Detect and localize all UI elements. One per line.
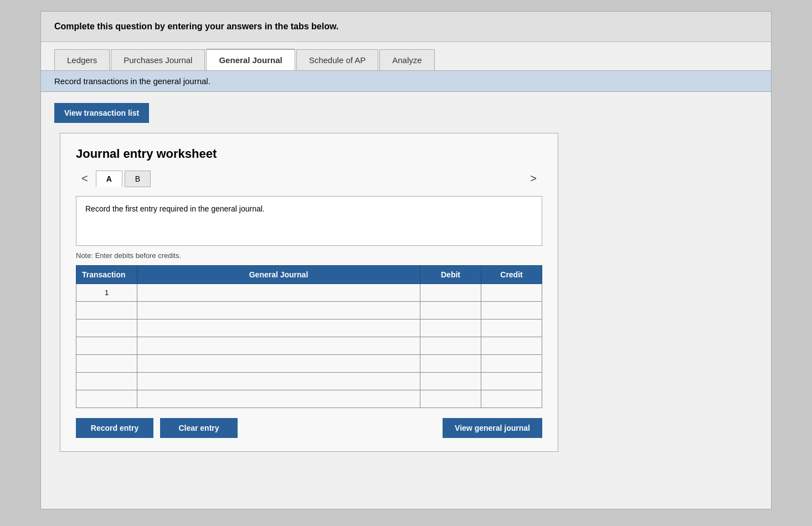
credit-cell-2[interactable] [481,319,542,337]
journal-cell-6[interactable] [137,390,420,408]
transaction-cell-0: 1 [76,284,137,302]
tab-description: Record transactions in the general journ… [54,76,210,86]
credit-input-4[interactable] [481,355,542,372]
col-header-credit: Credit [481,266,542,284]
credit-cell-1[interactable] [481,302,542,319]
debit-cell-4[interactable] [420,355,481,373]
journal-table: Transaction General Journal Debit Credit… [76,265,542,408]
entry-tab-b[interactable]: B [125,171,151,187]
transaction-cell-5 [76,373,137,390]
transaction-cell-3 [76,337,137,355]
main-container: Complete this question by entering your … [40,11,772,509]
journal-cell-0[interactable] [137,284,420,302]
note-text: Note: Enter debits before credits. [76,251,542,260]
journal-cell-1[interactable] [137,302,420,319]
transaction-cell-2 [76,319,137,337]
transaction-cell-4 [76,355,137,373]
entry-description-box: Record the first entry required in the g… [76,196,542,246]
action-buttons: Record entry Clear entry View general jo… [76,418,542,438]
debit-input-1[interactable] [420,302,481,319]
debit-cell-1[interactable] [420,302,481,319]
tab-schedule-of-ap[interactable]: Schedule of AP [296,49,379,70]
record-entry-button[interactable]: Record entry [76,418,153,438]
debit-cell-2[interactable] [420,319,481,337]
table-row [76,302,542,319]
transaction-cell-1 [76,302,137,319]
credit-cell-3[interactable] [481,337,542,355]
debit-input-2[interactable] [420,319,481,337]
table-row [76,355,542,373]
credit-cell-4[interactable] [481,355,542,373]
credit-input-6[interactable] [481,390,542,408]
tab-analyze[interactable]: Analyze [379,49,434,70]
clear-entry-button[interactable]: Clear entry [160,418,238,438]
debit-cell-3[interactable] [420,337,481,355]
entry-description-text: Record the first entry required in the g… [85,204,265,213]
credit-cell-6[interactable] [481,390,542,408]
tab-purchases-journal[interactable]: Purchases Journal [111,49,205,70]
journal-cell-2[interactable] [137,319,420,337]
nav-right-arrow[interactable]: > [525,170,542,187]
nav-left-arrow[interactable]: < [76,170,94,187]
view-transaction-list-button[interactable]: View transaction list [54,103,149,123]
debit-input-0[interactable] [420,284,481,301]
col-header-transaction: Transaction [76,266,137,284]
journal-input-0[interactable] [137,284,420,301]
content-area: View transaction list Journal entry work… [41,92,771,463]
journal-input-5[interactable] [137,373,420,390]
table-row: 1 [76,284,542,302]
worksheet-title: Journal entry worksheet [76,147,542,161]
tab-ledgers[interactable]: Ledgers [54,49,110,70]
col-header-debit: Debit [420,266,481,284]
credit-cell-5[interactable] [481,373,542,390]
credit-input-1[interactable] [481,302,542,319]
journal-cell-5[interactable] [137,373,420,390]
view-general-journal-button[interactable]: View general journal [443,418,542,438]
journal-cell-3[interactable] [137,337,420,355]
worksheet-container: Journal entry worksheet < A B > Record t… [60,133,558,452]
debit-cell-5[interactable] [420,373,481,390]
table-row [76,319,542,337]
instruction-bar: Complete this question by entering your … [41,12,771,42]
col-header-journal: General Journal [137,266,420,284]
table-row [76,337,542,355]
journal-input-3[interactable] [137,337,420,354]
journal-cell-4[interactable] [137,355,420,373]
debit-input-6[interactable] [420,390,481,408]
credit-cell-0[interactable] [481,284,542,302]
credit-input-2[interactable] [481,319,542,337]
credit-input-5[interactable] [481,373,542,390]
debit-input-5[interactable] [420,373,481,390]
credit-input-3[interactable] [481,337,542,354]
journal-input-4[interactable] [137,355,420,372]
tab-content-header: Record transactions in the general journ… [41,70,771,92]
table-row [76,390,542,408]
instruction-text: Complete this question by entering your … [54,22,338,31]
entry-tabs-row: < A B > [76,170,542,187]
tab-general-journal[interactable]: General Journal [206,49,295,70]
journal-input-1[interactable] [137,302,420,319]
entry-tab-a[interactable]: A [96,171,122,187]
tabs-row: Ledgers Purchases Journal General Journa… [41,42,771,70]
debit-cell-0[interactable] [420,284,481,302]
debit-cell-6[interactable] [420,390,481,408]
debit-input-4[interactable] [420,355,481,372]
credit-input-0[interactable] [481,284,542,301]
table-row [76,373,542,390]
journal-input-2[interactable] [137,319,420,337]
transaction-cell-6 [76,390,137,408]
debit-input-3[interactable] [420,337,481,354]
journal-input-6[interactable] [137,390,420,408]
